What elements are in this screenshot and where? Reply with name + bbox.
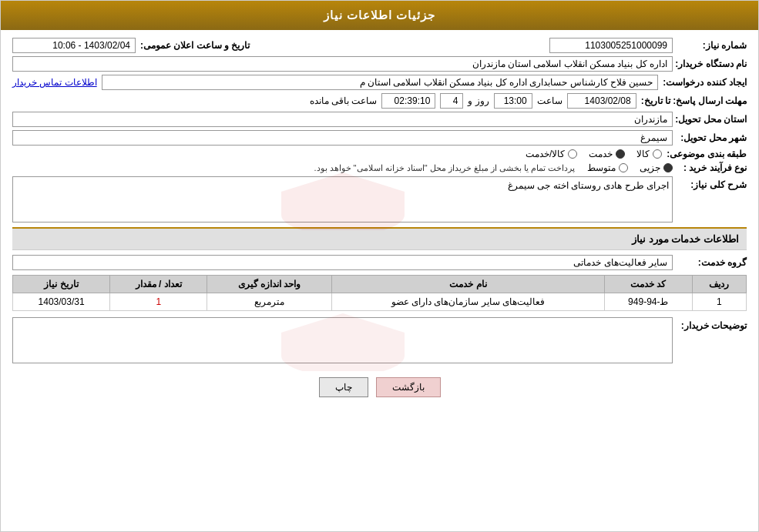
response-deadline-label: مهلت ارسال پاسخ: تا تاریخ: (641, 95, 747, 106)
service-group-value: سایر فعالیت‌های خدماتی (12, 255, 673, 270)
buyer-notes-label: توضیحات خریدار: (677, 317, 747, 331)
category-khadamat-radio[interactable] (616, 149, 625, 159)
purchase-motavasset-label: متوسط (587, 162, 616, 173)
category-kala-radio[interactable] (653, 149, 662, 159)
col-code: کد خدمت (605, 276, 693, 293)
service-group-label: گروه خدمت: (677, 257, 747, 268)
delivery-city-label: شهر محل تحویل: (677, 132, 747, 143)
remaining-time: 02:39:10 (381, 93, 435, 109)
col-date: تاریخ نیاز (13, 276, 110, 293)
need-number-value: 1103005251000099 (549, 38, 673, 53)
deadline-time-label: ساعت (537, 95, 563, 106)
deadline-days: 4 (440, 93, 463, 109)
purchase-radio-group: جزیی متوسط (587, 162, 673, 173)
col-count: تعداد / مقدار (110, 276, 207, 293)
category-kala-khadamat-item[interactable]: کالا/خدمت (526, 149, 577, 159)
announcement-value: 1403/02/04 - 10:06 (12, 38, 136, 53)
delivery-province-value: مازندران (12, 112, 673, 127)
button-bar: بازگشت چاپ (12, 368, 747, 407)
deadline-days-label: روز و (468, 95, 489, 106)
purchase-jozii-radio[interactable] (663, 163, 673, 172)
category-kala-label: کالا (636, 149, 650, 159)
col-radif: ردیف (692, 276, 746, 293)
services-section-header: اطلاعات خدمات مورد نیاز (12, 227, 747, 250)
delivery-province-label: استان محل تحویل: (677, 114, 747, 125)
deadline-time: 13:00 (494, 93, 532, 109)
table-row: 1ط-94-949فعالیت‌های سایر سازمان‌های دارا… (13, 293, 747, 311)
need-description-value: اجرای طرح هادی روستای اخته جی سیمرغ (508, 180, 669, 191)
contact-link[interactable]: اطلاعات تماس خریدار (12, 77, 97, 88)
category-kala-khadamat-radio[interactable] (568, 149, 577, 159)
purchase-jozii-item[interactable]: جزیی (640, 162, 673, 173)
col-unit: واحد اندازه گیری (207, 276, 332, 293)
purchase-motavasset-radio[interactable] (619, 163, 628, 172)
services-section-label: اطلاعات خدمات مورد نیاز (632, 233, 739, 245)
cell-code: ط-94-949 (605, 293, 693, 311)
announcement-label: تاریخ و ساعت اعلان عمومی: (140, 40, 250, 51)
requester-label: ایجاد کننده درخواست: (663, 77, 747, 88)
page-title: جزئیات اطلاعات نیاز (324, 8, 435, 22)
watermark-shield-icon-notes (266, 309, 420, 371)
watermark-shield-icon (266, 169, 420, 230)
category-khadamat-label: خدمت (589, 149, 613, 159)
deadline-date: 1403/02/08 (567, 93, 636, 109)
purchase-jozii-label: جزیی (640, 162, 660, 173)
col-name: نام خدمت (331, 276, 604, 293)
category-kala-khadamat-label: کالا/خدمت (526, 149, 565, 159)
services-table: ردیف کد خدمت نام خدمت واحد اندازه گیری ت… (12, 275, 747, 311)
back-button[interactable]: بازگشت (376, 377, 441, 397)
need-description-label: شرح کلی نیاز: (677, 176, 747, 190)
print-button[interactable]: چاپ (319, 377, 368, 397)
page-wrapper: جزئیات اطلاعات نیاز شماره نیاز: 11030052… (0, 0, 759, 532)
category-kala-item[interactable]: کالا (636, 149, 662, 159)
category-khadamat-item[interactable]: خدمت (589, 149, 625, 159)
category-label: طبقه بندی موضوعی: (667, 149, 747, 159)
category-radio-group: کالا خدمت کالا/خدمت (526, 149, 662, 159)
need-number-label: شماره نیاز: (677, 40, 747, 51)
requester-value: حسین فلاح کارشناس حسابداری اداره کل بنیا… (102, 75, 659, 90)
cell-count: 1 (110, 293, 207, 311)
purchase-type-label: نوع فرآیند خرید : (677, 162, 747, 173)
cell-name: فعالیت‌های سایر سازمان‌های دارای عضو (331, 293, 604, 311)
cell-radif: 1 (692, 293, 746, 311)
buyer-org-value: اداره کل بنیاد مسکن انقلاب اسلامی استان … (12, 56, 673, 72)
main-content: شماره نیاز: 1103005251000099 تاریخ و ساع… (1, 30, 758, 414)
cell-date: 1403/03/31 (13, 293, 110, 311)
cell-unit: مترمربع (207, 293, 332, 311)
delivery-city-value: سیمرغ (12, 130, 673, 146)
page-header: جزئیات اطلاعات نیاز (1, 1, 758, 30)
buyer-org-label: نام دستگاه خریدار: (677, 59, 747, 69)
remaining-label: ساعت باقی مانده (310, 95, 378, 106)
purchase-motavasset-item[interactable]: متوسط (587, 162, 628, 173)
